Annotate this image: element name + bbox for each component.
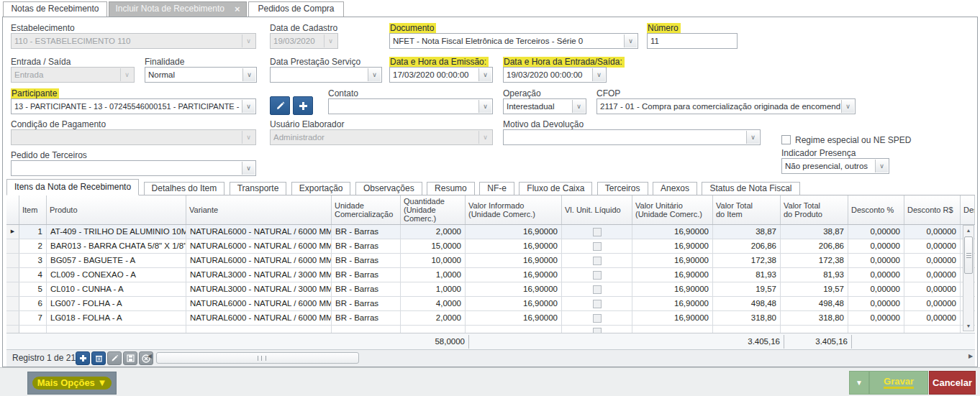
- cell-produto: LG018 - FOLHA - A: [47, 311, 186, 325]
- chevron-down-icon[interactable]: ∨: [242, 162, 255, 175]
- edit-record-button[interactable]: [107, 351, 122, 365]
- cell--cb: [562, 282, 632, 296]
- vl-unit-liquido-checkbox[interactable]: [593, 300, 602, 308]
- add-participante-button[interactable]: [293, 96, 313, 115]
- vl-unit-liquido-checkbox[interactable]: [593, 314, 602, 323]
- tab-fluxo-de-caixa[interactable]: Fluxo de Caixa: [519, 182, 592, 195]
- documento-select[interactable]: NFET - Nota Fiscal Eletrônica de Terceir…: [389, 33, 638, 49]
- grid-row[interactable]: 4CL009 - CONEXAO - ANATURAL3000 - NATURA…: [6, 268, 975, 282]
- finalidade-select[interactable]: Normal ∨: [145, 67, 257, 83]
- regime-especial-checkbox[interactable]: [781, 135, 791, 144]
- scroll-up-icon[interactable]: ▲: [963, 228, 974, 233]
- header-des-truncated[interactable]: Des: [961, 195, 975, 224]
- chevron-down-icon[interactable]: ∨: [368, 68, 381, 81]
- vl-unit-liquido-checkbox[interactable]: [593, 271, 602, 280]
- cell-quantidade: 1,0000: [401, 282, 466, 296]
- delete-record-button[interactable]: [91, 351, 106, 365]
- header-desconto-rs[interactable]: Desconto R$: [904, 195, 961, 224]
- edit-participante-button[interactable]: [270, 96, 290, 115]
- chevron-down-icon[interactable]: ∨: [242, 68, 255, 81]
- vl-unit-liquido-checkbox[interactable]: [593, 285, 602, 294]
- cell-desconto-rs: 0,00000: [904, 297, 961, 310]
- tab-terceiros[interactable]: Terceiros: [597, 182, 648, 195]
- grid-row[interactable]: 5CL010 - CUNHA - ANATURAL3000 - NATURAL …: [6, 282, 975, 297]
- grid-row[interactable]: ▶1AT-409 - TRILHO DE ALUMINIO 10M...NATU…: [6, 225, 975, 239]
- grid-row[interactable]: 6LG007 - FOLHA - ANATURAL6000 - NATURAL …: [6, 297, 975, 311]
- tab-pedidos-de-compra[interactable]: Pedidos de Compra: [248, 1, 344, 17]
- scroll-down-icon[interactable]: ▼: [963, 323, 974, 328]
- motivo-devolucao-select[interactable]: ∨: [503, 129, 761, 145]
- header-quantidade[interactable]: Quantidade (Unidade Comerc.): [401, 195, 466, 224]
- header-item[interactable]: Item: [19, 195, 47, 224]
- itens-grid: Item Produto Variante Unidade Comerciali…: [6, 195, 975, 338]
- finalidade-value: Normal: [148, 68, 242, 82]
- cell-quantidade: 15,0000: [401, 239, 466, 253]
- header-valor-informado[interactable]: Valor Informado (Unidade Comerc.): [466, 195, 562, 224]
- chevron-down-icon[interactable]: ∨: [242, 100, 255, 113]
- header-valor-unitario[interactable]: Valor Unitário (Unidade Comerc.): [632, 195, 713, 224]
- vl-unit-liquido-checkbox[interactable]: [593, 242, 602, 251]
- vertical-scroll-thumb[interactable]: [964, 236, 973, 274]
- chevron-down-icon[interactable]: ∨: [478, 68, 491, 81]
- numero-input[interactable]: 11: [647, 33, 738, 49]
- row-indicator: [6, 297, 19, 310]
- hscroll-left-icon[interactable]: ◀: [148, 353, 152, 359]
- gravar-dropdown-button[interactable]: ▼: [849, 371, 869, 395]
- tab-observacoes[interactable]: Observações: [355, 182, 422, 195]
- hscroll-right-icon[interactable]: ▶: [968, 353, 973, 359]
- close-tab-icon[interactable]: ×: [235, 2, 240, 16]
- record-navigator: Registro 1 de 21 ◀ ▶: [6, 350, 975, 367]
- vl-unit-liquido-checkbox[interactable]: [593, 228, 602, 236]
- header-valor-total-produto[interactable]: Valor Total do Produto: [781, 195, 848, 224]
- chevron-down-icon[interactable]: ∨: [841, 100, 854, 113]
- chevron-down-icon[interactable]: ∨: [624, 34, 637, 47]
- chevron-down-icon[interactable]: ∨: [478, 100, 491, 113]
- tab-itens-da-nota[interactable]: Itens da Nota de Recebimento: [6, 179, 139, 195]
- header-desconto-pct[interactable]: Desconto %: [848, 195, 904, 224]
- cell-valor-total-produto: 172,38: [781, 254, 848, 267]
- emissao-select[interactable]: 17/03/2020 00:00:00 ∨: [389, 67, 493, 83]
- entrada-saida-data-select[interactable]: 19/03/2020 00:00:00 ∨: [503, 67, 607, 83]
- tab-transporte[interactable]: Transporte: [230, 182, 287, 195]
- cell--cb: [562, 225, 632, 239]
- add-record-button[interactable]: [76, 351, 90, 365]
- chevron-down-icon[interactable]: ∨: [746, 131, 759, 144]
- header-variante[interactable]: Variante: [186, 195, 332, 224]
- tab-resumo[interactable]: Resumo: [427, 182, 475, 195]
- tab-incluir-nota-de-recebimento[interactable]: Incluir Nota de Recebimento×: [109, 1, 247, 17]
- cancelar-button[interactable]: Cancelar: [929, 371, 976, 395]
- pedido-terceiros-select[interactable]: ∨: [11, 160, 256, 176]
- tab-detalhes-do-item[interactable]: Detalhes do Item: [144, 182, 225, 195]
- cfop-select[interactable]: 2117 - 01 - Compra para comercialização …: [596, 98, 856, 114]
- grid-vertical-scrollbar[interactable]: ▲ ▼: [963, 225, 974, 331]
- header-vl-unit-liquido[interactable]: Vl. Unit. Líquido: [562, 195, 632, 224]
- operacao-select[interactable]: Interestadual ∨: [503, 98, 586, 114]
- chevron-down-icon: ∨: [324, 34, 337, 47]
- data-prestacao-select[interactable]: ∨: [270, 67, 382, 83]
- participante-select[interactable]: 13 - PARTICIPANTE - 13 - 07245546000151 …: [11, 98, 256, 114]
- tab-exportacao[interactable]: Exportação: [291, 182, 351, 195]
- horizontal-scroll-thumb[interactable]: [156, 352, 359, 364]
- contato-label: Contato: [328, 88, 358, 98]
- chevron-down-icon: ∨: [120, 68, 133, 81]
- tab-status-nota-fiscal[interactable]: Status de Nota Fiscal: [702, 182, 799, 195]
- header-produto[interactable]: Produto: [47, 195, 186, 224]
- tab-nfe[interactable]: NF-e: [479, 182, 514, 195]
- header-valor-total-item[interactable]: Valor Total do Item: [713, 195, 781, 224]
- header-unidade[interactable]: Unidade Comercialização: [332, 195, 401, 224]
- indicador-presenca-select[interactable]: Não presencial, outros ∨: [781, 158, 889, 174]
- tab-notas-de-recebimento[interactable]: Notas de Recebimento: [3, 1, 107, 17]
- grid-row[interactable]: 7LG018 - FOLHA - ANATURAL6000 - NATURAL …: [6, 311, 975, 326]
- contato-select[interactable]: ∨: [328, 98, 493, 114]
- vl-unit-liquido-checkbox[interactable]: [593, 257, 602, 265]
- regime-especial-checkbox-row[interactable]: Regime especial ou NE SPED: [781, 133, 911, 146]
- gravar-button[interactable]: Gravar: [869, 371, 928, 395]
- chevron-down-icon[interactable]: ∨: [592, 68, 605, 81]
- grid-row[interactable]: 3BG057 - BAGUETE - ANATURAL6000 - NATURA…: [6, 254, 975, 268]
- save-record-button[interactable]: [123, 351, 137, 365]
- grid-row[interactable]: 2BAR013 - BARRA CHATA 5/8" X 1/8" - ANAT…: [6, 239, 975, 254]
- tab-anexos[interactable]: Anexos: [653, 182, 697, 195]
- mais-opcoes-button[interactable]: Mais Opções ▼: [27, 372, 117, 395]
- chevron-down-icon[interactable]: ∨: [875, 160, 888, 172]
- chevron-down-icon[interactable]: ∨: [572, 100, 585, 113]
